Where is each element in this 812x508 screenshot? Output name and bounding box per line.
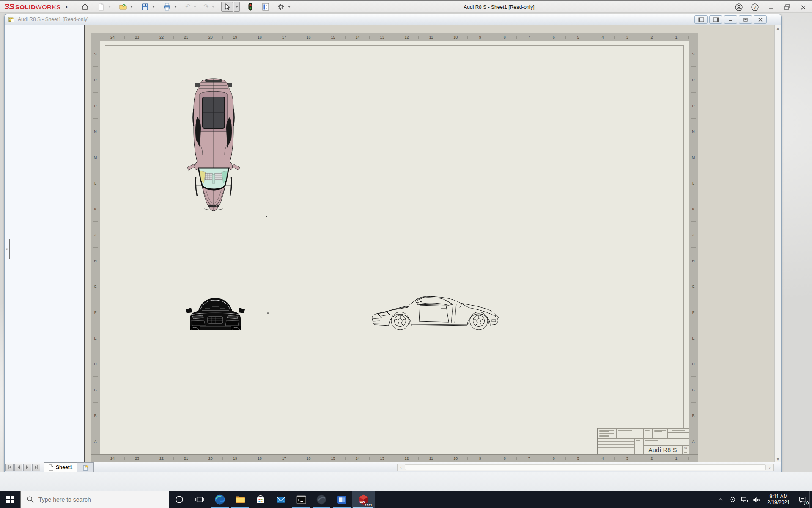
search-input[interactable] [38,496,157,503]
doc-restore-button[interactable] [739,15,752,24]
tab-sheet1-label: Sheet1 [56,464,72,470]
show-desktop-button[interactable] [809,491,812,508]
document-title: Audi R8 S - Sheet1 [Read-only] [18,17,88,22]
zone-label: 3 [615,33,639,41]
drawing-document-icon [8,17,14,22]
stoplight-icon [246,3,255,11]
zone-label: 8 [492,33,517,41]
account-button[interactable] [733,2,744,12]
solidworks-logo-works: WORKS [36,3,60,11]
zone-label: 10 [443,33,468,41]
scroll-right-icon[interactable]: › [766,465,773,470]
doc-close-button[interactable] [754,15,767,24]
tray-clock[interactable]: 9:11 AM 2/19/2021 [762,494,795,505]
taskbar-photos[interactable] [332,491,352,508]
help-button[interactable]: ? [749,2,760,12]
taskbar-store[interactable] [250,491,271,508]
zone-label: 11 [419,33,443,41]
scroll-left-icon[interactable]: ‹ [398,465,404,470]
pane-right-button[interactable] [709,15,722,24]
horizontal-scroll-thumb[interactable] [405,464,766,470]
prev-sheet-button[interactable] [14,464,22,471]
save-button[interactable] [140,2,151,12]
zone-label: 5 [566,455,590,462]
add-sheet-tab[interactable] [77,462,94,472]
tray-volume-button[interactable] [750,491,762,508]
close-button[interactable] [798,2,809,12]
stoplight-button[interactable] [245,2,256,12]
taskbar-search[interactable] [20,491,169,508]
toolbar-flyout-arrow[interactable]: ▸ [66,4,68,9]
zone-label: 22 [149,455,174,462]
tray-network-button[interactable] [738,491,750,508]
first-sheet-button[interactable] [5,464,14,471]
taskbar-file-explorer[interactable] [230,491,250,508]
open-dropdown[interactable] [130,6,133,9]
drawing-canvas[interactable]: 242322212019181716151413121110987654321 … [85,25,781,463]
cortana-button[interactable] [169,491,189,508]
titleblock-notes-cell [598,428,616,439]
drawing-view-front[interactable] [186,293,245,334]
volume-muted-icon [752,496,760,504]
help-icon: ? [751,3,759,11]
doc-restore-icon [743,17,748,22]
zone-label: D [91,351,100,377]
drawing-view-top[interactable] [184,77,243,214]
panel-grip-handle[interactable] [5,239,10,259]
add-sheet-icon [82,464,89,471]
redo-icon: ↷ [203,3,209,11]
solidworks-logo-solid: SOLID [15,3,36,11]
tray-chevron-button[interactable] [715,491,727,508]
taskbar-edge[interactable] [210,491,230,508]
tab-sheet1[interactable]: Sheet1 [44,462,77,472]
titleblock-header-cell [668,428,689,433]
options-dropdown[interactable] [288,6,291,9]
notification-center-button[interactable]: 1 [795,491,809,508]
horizontal-scrollbar[interactable]: ‹ › [397,464,774,471]
markup-list-icon [261,3,270,11]
drawing-view-side[interactable] [370,294,504,334]
open-icon [119,3,127,11]
options-button[interactable] [275,2,286,12]
save-dropdown[interactable] [152,6,155,9]
taskbar-solidworks[interactable]: SW 2021 [352,491,375,508]
open-button[interactable] [118,2,129,12]
zone-ruler-top: 242322212019181716151413121110987654321 [91,33,698,41]
minimize-icon [768,4,774,10]
zone-label: 23 [125,455,149,462]
doc-minimize-button[interactable] [724,15,737,24]
select-button[interactable] [221,2,233,12]
document-title-bar[interactable]: Audi R8 S - Sheet1 [Read-only] [5,14,781,25]
zone-label: 2 [639,33,664,41]
cast-icon [729,496,736,503]
home-button[interactable] [80,2,91,12]
zone-label: 18 [247,33,272,41]
taskbar-edrawings[interactable] [311,491,332,508]
zone-label: 5 [566,33,590,41]
minimize-button[interactable] [765,2,776,12]
taskbar-terminal[interactable] [291,491,311,508]
markup-button[interactable] [260,2,271,12]
new-document-icon [97,3,105,11]
pane-left-button[interactable] [694,15,708,24]
zone-label: 1 [664,33,689,41]
zone-label: 14 [346,33,370,41]
select-dropdown[interactable] [234,2,240,12]
zone-label: J [689,222,698,248]
clock-date: 2/19/2021 [762,500,795,505]
restore-button[interactable] [782,2,793,12]
vertical-scrollbar[interactable]: ▲ ▼ [774,25,781,463]
start-button[interactable] [0,491,20,508]
print-button[interactable] [162,2,173,12]
zone-label: K [689,196,698,222]
next-sheet-button[interactable] [23,464,31,471]
zone-label: 19 [223,33,247,41]
scroll-up-icon[interactable]: ▲ [775,25,781,32]
terminal-icon [296,494,307,505]
print-dropdown[interactable] [174,6,177,9]
taskbar-mail[interactable] [271,491,291,508]
tray-cast-button[interactable] [727,491,738,508]
task-view-button[interactable] [189,491,210,508]
last-sheet-button[interactable] [32,464,40,471]
undo-dropdown [194,6,196,9]
